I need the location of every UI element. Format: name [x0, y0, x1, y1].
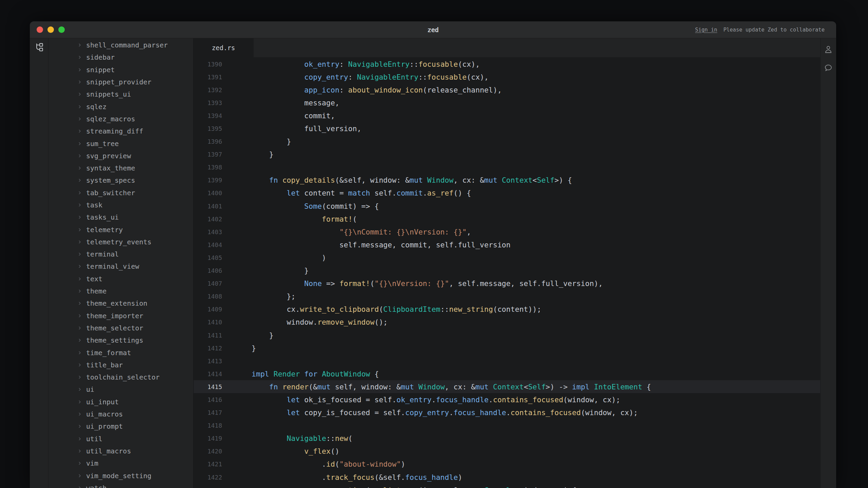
code-line[interactable]: 1402 format!( — [194, 212, 820, 225]
project-panel-folder[interactable]: time_format — [48, 346, 193, 359]
code-line[interactable]: 1390 ok_entry: NavigableEntry::focusable… — [194, 58, 820, 70]
project-panel-folder[interactable]: telemetry — [48, 223, 193, 236]
code-line[interactable]: 1394 commit, — [194, 109, 820, 122]
code-line[interactable]: 1395 full_version, — [194, 122, 820, 135]
code-line[interactable]: 1421 .id("about-window") — [194, 458, 820, 471]
project-panel-folder[interactable]: snippet — [48, 64, 193, 76]
code-token: on_action — [326, 486, 366, 488]
close-button[interactable] — [37, 26, 43, 33]
project-panel-folder[interactable]: telemetry_events — [48, 236, 193, 248]
line-text: .track_focus(&self.focus_handle) — [222, 473, 462, 482]
code-line[interactable]: 1417 let copy_is_focused = self.copy_ent… — [194, 406, 820, 419]
code-line[interactable]: 1411 } — [194, 329, 820, 342]
code-token: new — [335, 434, 348, 443]
project-panel-folder[interactable]: ui_prompt — [48, 420, 193, 432]
code-line[interactable]: 1412 } — [194, 342, 820, 354]
code-line[interactable]: 1392 app_icon: about_window_icon(release… — [194, 83, 820, 96]
code-token — [252, 331, 269, 340]
zoom-button[interactable] — [58, 26, 65, 33]
project-panel-folder[interactable]: theme_extension — [48, 297, 193, 309]
code-line[interactable]: 1393 message, — [194, 96, 820, 109]
code-line[interactable]: 1407 None => format!("{}\nVersion: {}", … — [194, 277, 820, 290]
line-number: 1409 — [194, 306, 222, 313]
project-panel-folder[interactable]: snippets_ui — [48, 88, 193, 100]
code-token: : — [339, 86, 348, 94]
project-panel-folder[interactable]: vim_mode_setting — [48, 469, 193, 482]
code-token: track_focus — [326, 473, 374, 482]
chevron-right-icon — [77, 448, 82, 454]
code-token: content = — [300, 189, 348, 197]
project-panel-folder[interactable]: theme_selector — [48, 322, 193, 334]
code-line[interactable]: 1397 } — [194, 148, 820, 161]
line-number: 1406 — [194, 267, 222, 274]
code-line[interactable]: 1399 fn copy_details(&self, window: &mut… — [194, 174, 820, 187]
code-line[interactable]: 1423 .on_action(cx.listener(|_, _: &menu… — [194, 484, 820, 488]
code-line[interactable]: 1416 let ok_is_focused = self.ok_entry.f… — [194, 393, 820, 406]
project-panel-folder[interactable]: ui — [48, 383, 193, 395]
project-panel-folder[interactable]: vim — [48, 457, 193, 469]
code-line[interactable]: 1396 } — [194, 135, 820, 148]
code-line[interactable]: 1404 self.message, commit, self.full_ver… — [194, 238, 820, 251]
folder-name: svg_preview — [86, 152, 131, 160]
chat-panel-icon[interactable] — [824, 63, 833, 72]
code-line[interactable]: 1419 Navigable::new( — [194, 432, 820, 445]
code-line[interactable]: 1408 }; — [194, 290, 820, 303]
code-line[interactable]: 1422 .track_focus(&self.focus_handle) — [194, 471, 820, 484]
code-line[interactable]: 1420 v_flex() — [194, 445, 820, 458]
project-panel-folder[interactable]: system_specs — [48, 174, 193, 186]
project-panel-folder[interactable]: svg_preview — [48, 150, 193, 162]
code-line[interactable]: 1401 Some(commit) => { — [194, 200, 820, 212]
project-panel-folder[interactable]: toolchain_selector — [48, 371, 193, 383]
project-panel-folder[interactable]: watch — [48, 482, 193, 488]
line-text: self.message, commit, self.full_version — [222, 241, 511, 249]
line-text: message, — [222, 99, 339, 107]
code-line[interactable]: 1409 cx.write_to_clipboard(ClipboardItem… — [194, 303, 820, 316]
project-panel-folder[interactable]: sidebar — [48, 51, 193, 63]
code-line[interactable]: 1413 — [194, 354, 820, 367]
code-line[interactable]: 1403 "{}\nCommit: {}\nVersion: {}", — [194, 225, 820, 238]
project-panel-folder[interactable]: sqlez_macros — [48, 113, 193, 125]
code-token: mut — [317, 383, 331, 391]
project-panel-folder[interactable]: sqlez — [48, 100, 193, 113]
project-panel-folder[interactable]: snippet_provider — [48, 76, 193, 88]
project-panel-folder[interactable]: theme_settings — [48, 334, 193, 346]
folder-name: syntax_theme — [86, 164, 135, 172]
line-number: 1413 — [194, 358, 222, 365]
code-token: let — [287, 189, 300, 197]
project-panel-folder[interactable]: tasks_ui — [48, 211, 193, 223]
code-token: contains_focused — [511, 408, 581, 417]
project-panel-folder[interactable]: util_macros — [48, 445, 193, 457]
titlebar[interactable]: zed Sign in Please update Zed to collabo… — [30, 21, 836, 38]
minimize-button[interactable] — [47, 26, 54, 33]
collab-panel-icon[interactable] — [824, 45, 833, 54]
code-line[interactable]: 1410 window.remove_window(); — [194, 316, 820, 329]
project-panel-folder[interactable]: syntax_theme — [48, 162, 193, 174]
project-panel-folder[interactable]: util — [48, 433, 193, 445]
code-line[interactable]: 1405 ) — [194, 251, 820, 264]
line-number: 1423 — [194, 487, 222, 488]
project-panel-folder[interactable]: task — [48, 199, 193, 211]
project-panel-folder[interactable]: ui_input — [48, 396, 193, 408]
code-line[interactable]: 1391 copy_entry: NavigableEntry::focusab… — [194, 70, 820, 83]
code-line[interactable]: 1406 } — [194, 264, 820, 277]
code-line[interactable]: 1414 impl Render for AboutWindow { — [194, 367, 820, 380]
project-panel-folder[interactable]: streaming_diff — [48, 125, 193, 137]
project-panel-folder[interactable]: theme_importer — [48, 310, 193, 322]
code-line[interactable]: 1398 — [194, 161, 820, 174]
project-panel-folder[interactable]: sum_tree — [48, 137, 193, 149]
project-panel-folder[interactable]: title_bar — [48, 359, 193, 371]
tab-zed-rs[interactable]: zed.rs — [194, 38, 254, 57]
code-line[interactable]: 1415 fn render(&mut self, window: &mut W… — [194, 380, 820, 393]
project-panel-icon[interactable] — [34, 42, 44, 52]
sign-in-link[interactable]: Sign in — [695, 27, 717, 33]
project-panel-folder[interactable]: tab_switcher — [48, 187, 193, 199]
project-panel-folder[interactable]: terminal_view — [48, 260, 193, 272]
code-line[interactable]: 1400 let content = match self.commit.as_… — [194, 187, 820, 200]
project-panel-folder[interactable]: theme — [48, 285, 193, 297]
project-panel-folder[interactable]: ui_macros — [48, 408, 193, 420]
project-panel-folder[interactable]: text — [48, 273, 193, 285]
project-panel-folder[interactable]: terminal — [48, 248, 193, 260]
code-editor[interactable]: 1390 ok_entry: NavigableEntry::focusable… — [194, 57, 820, 488]
project-panel-folder[interactable]: shell_command_parser — [48, 39, 193, 51]
code-line[interactable]: 1418 — [194, 419, 820, 432]
